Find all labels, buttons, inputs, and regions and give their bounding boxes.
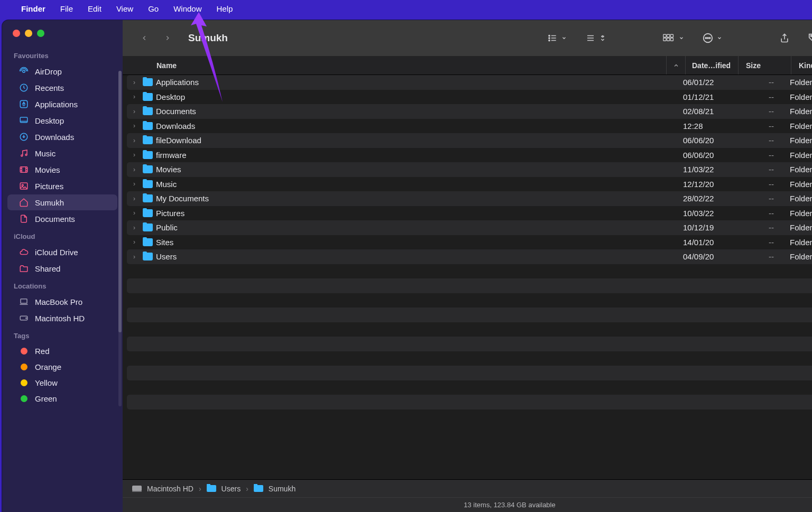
table-row[interactable]: ›Users04/09/20--Folder <box>127 249 812 264</box>
sidebar-item-orange[interactable]: Orange <box>7 359 117 375</box>
file-date: 10/03/22 <box>681 209 734 218</box>
table-row[interactable]: ›fileDownload06/06/20--Folder <box>127 133 812 148</box>
file-size: -- <box>734 180 787 189</box>
disclosure-triangle-icon[interactable]: › <box>133 180 140 188</box>
sidebar-item-sumukh[interactable]: Sumukh <box>7 194 117 210</box>
sidebar-item-applications[interactable]: Applications <box>7 96 117 112</box>
table-row[interactable]: ›Public10/12/19--Folder <box>127 220 812 235</box>
sidebar-item-label: Documents <box>35 215 75 224</box>
file-kind: Folder <box>787 180 812 189</box>
table-row[interactable]: ›Desktop01/12/21--Folder <box>127 90 812 105</box>
sidebar-item-yellow[interactable]: Yellow <box>7 375 117 390</box>
column-header-date[interactable]: Date…ified <box>685 56 738 75</box>
file-date: 06/06/20 <box>681 151 734 160</box>
file-name: Movies <box>156 165 181 174</box>
sidebar-item-label: MacBook Pro <box>35 297 82 306</box>
table-row[interactable]: ›Movies11/03/22--Folder <box>127 162 812 177</box>
sidebar-item-label: Shared <box>35 264 60 273</box>
sort-indicator-icon[interactable] <box>666 56 685 75</box>
sidebar-scrollbar[interactable] <box>118 71 122 406</box>
downloads-icon <box>19 132 29 142</box>
sidebar-item-label: Orange <box>35 362 61 371</box>
forward-button[interactable] <box>160 30 176 46</box>
sidebar-item-green[interactable]: Green <box>7 391 117 406</box>
sidebar-item-label: Recents <box>35 83 64 92</box>
disclosure-triangle-icon[interactable]: › <box>133 93 140 100</box>
disclosure-triangle-icon[interactable]: › <box>133 209 140 217</box>
home-icon <box>19 198 29 207</box>
disclosure-triangle-icon[interactable]: › <box>133 224 140 231</box>
folder-icon <box>143 194 153 202</box>
sidebar-item-airdrop[interactable]: AirDrop <box>7 63 117 79</box>
back-button[interactable] <box>136 30 152 46</box>
path-segment[interactable]: Sumukh <box>269 485 296 493</box>
disclosure-triangle-icon[interactable]: › <box>133 238 140 246</box>
file-name: fileDownload <box>156 136 201 145</box>
toolbar: Sumukh <box>123 20 812 56</box>
svg-rect-10 <box>21 299 27 303</box>
tag-dot-icon <box>21 348 27 355</box>
action-menu-button[interactable] <box>697 32 727 44</box>
sidebar-item-icloud-drive[interactable]: iCloud Drive <box>7 244 117 260</box>
file-kind: Folder <box>787 238 812 247</box>
table-row[interactable]: ›Sites14/01/20--Folder <box>127 235 812 250</box>
disclosure-triangle-icon[interactable]: › <box>133 253 140 260</box>
sidebar-item-label: Desktop <box>35 116 64 125</box>
table-row[interactable]: ›Pictures10/03/22--Folder <box>127 206 812 221</box>
disclosure-triangle-icon[interactable]: › <box>133 108 140 115</box>
svg-point-9 <box>22 184 23 186</box>
view-list-button[interactable] <box>541 33 572 43</box>
sidebar-item-red[interactable]: Red <box>7 343 117 359</box>
disclosure-triangle-icon[interactable]: › <box>133 79 140 86</box>
table-row[interactable]: ›firmware06/06/20--Folder <box>127 148 812 163</box>
column-header-name[interactable]: Name <box>123 61 666 70</box>
sidebar-item-label: Pictures <box>35 182 63 191</box>
path-segment[interactable]: Macintosh HD <box>147 485 193 493</box>
cloud-icon <box>19 247 29 257</box>
sidebar-item-pictures[interactable]: Pictures <box>7 178 117 194</box>
table-row[interactable]: ›Applications06/01/22--Folder <box>127 75 812 90</box>
file-date: 06/01/22 <box>681 78 734 87</box>
menu-bar: Finder File Edit View Go Window Help <box>0 0 812 17</box>
menu-edit[interactable]: Edit <box>80 0 109 17</box>
file-size: -- <box>734 238 787 247</box>
menu-view[interactable]: View <box>109 0 141 17</box>
table-row[interactable]: ›Music12/12/20--Folder <box>127 177 812 192</box>
file-size: -- <box>734 78 787 87</box>
sidebar-item-music[interactable]: Music <box>7 145 117 161</box>
sidebar-item-desktop[interactable]: Desktop <box>7 113 117 128</box>
sidebar-item-macintosh-hd[interactable]: Macintosh HD <box>7 310 117 326</box>
menu-help[interactable]: Help <box>209 0 241 17</box>
group-button[interactable] <box>579 33 611 43</box>
disclosure-triangle-icon[interactable]: › <box>133 151 140 159</box>
disclosure-triangle-icon[interactable]: › <box>133 137 140 144</box>
menu-finder[interactable]: Finder <box>21 0 53 17</box>
share-button[interactable] <box>774 32 795 44</box>
sidebar-item-downloads[interactable]: Downloads <box>7 129 117 145</box>
tags-button[interactable] <box>802 32 812 44</box>
column-header-kind[interactable]: Kind <box>791 56 812 75</box>
zoom-button[interactable] <box>37 30 44 37</box>
sidebar-item-shared[interactable]: Shared <box>7 260 117 276</box>
disclosure-triangle-icon[interactable]: › <box>133 166 140 173</box>
path-segment[interactable]: Users <box>222 485 241 493</box>
file-kind: Folder <box>787 78 812 87</box>
table-row[interactable]: ›Downloads12:28--Folder <box>127 119 812 134</box>
disclosure-triangle-icon[interactable]: › <box>133 122 140 129</box>
sidebar-item-macbook-pro[interactable]: MacBook Pro <box>7 294 117 310</box>
disclosure-triangle-icon[interactable]: › <box>133 195 140 202</box>
table-row[interactable]: ›Documents02/08/21--Folder <box>127 104 812 119</box>
sidebar-item-documents[interactable]: Documents <box>7 211 117 227</box>
menu-file[interactable]: File <box>53 0 80 17</box>
sidebar-item-recents[interactable]: Recents <box>7 80 117 96</box>
folder-icon <box>143 93 153 101</box>
column-header-size[interactable]: Size <box>738 56 791 75</box>
close-button[interactable] <box>13 30 20 37</box>
menu-window[interactable]: Window <box>166 0 209 17</box>
icon-size-button[interactable] <box>658 34 689 42</box>
pictures-icon <box>19 181 29 191</box>
sidebar-item-movies[interactable]: Movies <box>7 162 117 178</box>
menu-go[interactable]: Go <box>141 0 166 17</box>
table-row[interactable]: ›My Documents28/02/22--Folder <box>127 191 812 206</box>
minimise-button[interactable] <box>25 30 32 37</box>
